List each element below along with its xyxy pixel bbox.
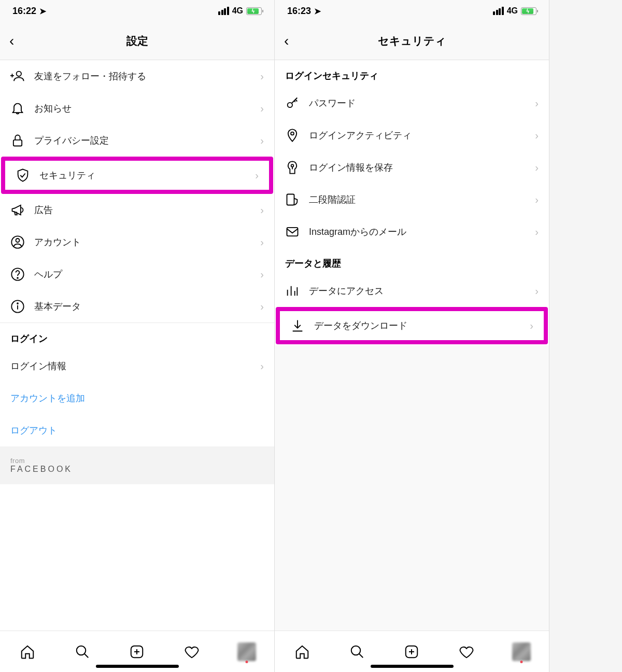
status-time: 16:23	[287, 6, 311, 17]
lock-icon	[10, 133, 34, 148]
network-label: 4G	[507, 6, 518, 16]
chevron-right-icon: ›	[260, 71, 264, 82]
megaphone-icon	[10, 203, 34, 217]
home-indicator[interactable]	[371, 665, 454, 668]
tab-search[interactable]	[347, 641, 367, 662]
avatar	[237, 642, 256, 661]
avatar	[512, 642, 531, 661]
row-download-data[interactable]: データをダウンロード ›	[276, 307, 548, 344]
notification-dot	[520, 661, 523, 663]
row-login-activity[interactable]: ログインアクティビティ ›	[275, 119, 549, 151]
row-add-account[interactable]: アカウントを追加	[0, 382, 274, 414]
chart-icon	[285, 284, 309, 298]
nav-header: ‹ 設定	[0, 22, 274, 60]
add-user-icon	[10, 69, 34, 83]
tab-activity[interactable]	[456, 641, 477, 662]
help-icon	[10, 267, 34, 282]
row-privacy[interactable]: プライバシー設定 ›	[0, 124, 274, 157]
row-logout[interactable]: ログアウト	[0, 414, 274, 446]
tab-activity[interactable]	[181, 641, 202, 662]
tab-home[interactable]	[292, 641, 313, 662]
network-label: 4G	[232, 6, 243, 16]
back-button[interactable]: ‹	[9, 33, 14, 49]
tab-profile[interactable]	[511, 641, 532, 662]
user-circle-icon	[10, 235, 34, 249]
location-icon: ➤	[314, 6, 321, 16]
from-facebook: from FACEBOOK	[0, 446, 274, 484]
security-list: ログインセキュリティ パスワード › ログインアクティビティ › ログイン情報を…	[275, 60, 549, 345]
chevron-right-icon: ›	[535, 97, 539, 109]
notification-dot	[246, 661, 248, 663]
keyhole-icon	[285, 160, 309, 175]
settings-list: 友達をフォロー・招待する › お知らせ › プライバシー設定 › セキュリティ …	[0, 60, 274, 631]
tab-search[interactable]	[72, 641, 93, 662]
data-history-header: データと履歴	[275, 248, 549, 275]
status-bar: 16:23 ➤ 4G	[275, 0, 549, 22]
row-save-login[interactable]: ログイン情報を保存 ›	[275, 151, 549, 184]
chevron-right-icon: ›	[260, 301, 264, 313]
chevron-right-icon: ›	[260, 360, 264, 372]
chevron-right-icon: ›	[535, 130, 539, 142]
mail-icon	[285, 225, 309, 239]
tab-new-post[interactable]	[401, 641, 422, 662]
chevron-right-icon: ›	[260, 204, 264, 216]
row-notifications[interactable]: お知らせ ›	[0, 92, 274, 124]
pin-icon	[285, 128, 309, 143]
page-title: セキュリティ	[378, 34, 446, 48]
chevron-right-icon: ›	[255, 170, 259, 181]
signal-icon	[218, 7, 229, 15]
row-help[interactable]: ヘルプ ›	[0, 258, 274, 290]
chevron-right-icon: ›	[535, 285, 539, 297]
tab-new-post[interactable]	[126, 641, 147, 662]
chevron-right-icon: ›	[535, 226, 539, 238]
chevron-right-icon: ›	[535, 162, 539, 174]
chevron-right-icon: ›	[260, 269, 264, 281]
chevron-right-icon: ›	[260, 236, 264, 248]
back-button[interactable]: ‹	[284, 33, 289, 49]
row-account[interactable]: アカウント ›	[0, 226, 274, 258]
battery-icon	[246, 7, 262, 15]
security-screen: 16:23 ➤ 4G ‹ セキュリティ ログインセキュリティ パスワード › ロ…	[275, 0, 549, 672]
tab-home[interactable]	[17, 641, 38, 662]
home-indicator[interactable]	[96, 665, 179, 668]
shield-icon	[16, 168, 39, 183]
nav-header: ‹ セキュリティ	[275, 22, 549, 60]
row-access-data[interactable]: データにアクセス ›	[275, 275, 549, 307]
row-about[interactable]: 基本データ ›	[0, 290, 274, 323]
battery-icon	[521, 7, 536, 15]
chevron-right-icon: ›	[530, 320, 533, 332]
status-bar: 16:22 ➤ 4G	[0, 0, 274, 22]
bell-icon	[10, 101, 34, 116]
info-icon	[10, 299, 34, 314]
login-section-header: ログイン	[0, 323, 274, 350]
row-follow-invite[interactable]: 友達をフォロー・招待する ›	[0, 60, 274, 92]
chevron-right-icon: ›	[260, 103, 264, 115]
tab-profile[interactable]	[236, 641, 257, 662]
location-icon: ➤	[39, 6, 46, 16]
row-apps-websites[interactable]: アプリとウェブサイト ›	[275, 344, 549, 345]
device-shield-icon	[285, 192, 309, 207]
row-emails[interactable]: Instagramからのメール ›	[275, 216, 549, 248]
row-security[interactable]: セキュリティ ›	[1, 157, 273, 194]
download-icon	[290, 318, 314, 333]
key-icon	[285, 96, 309, 110]
row-password[interactable]: パスワード ›	[275, 87, 549, 119]
row-login-info[interactable]: ログイン情報 ›	[0, 350, 274, 382]
status-time: 16:22	[12, 6, 36, 17]
page-title: 設定	[126, 34, 148, 48]
row-ads[interactable]: 広告 ›	[0, 194, 274, 226]
chevron-right-icon: ›	[535, 194, 539, 206]
row-2fa[interactable]: 二段階認証 ›	[275, 184, 549, 216]
settings-screen: 16:22 ➤ 4G ‹ 設定 友達をフォロー・招待する › お知らせ › プラ…	[0, 0, 275, 672]
login-security-header: ログインセキュリティ	[275, 60, 549, 87]
signal-icon	[493, 7, 504, 15]
chevron-right-icon: ›	[260, 135, 264, 147]
